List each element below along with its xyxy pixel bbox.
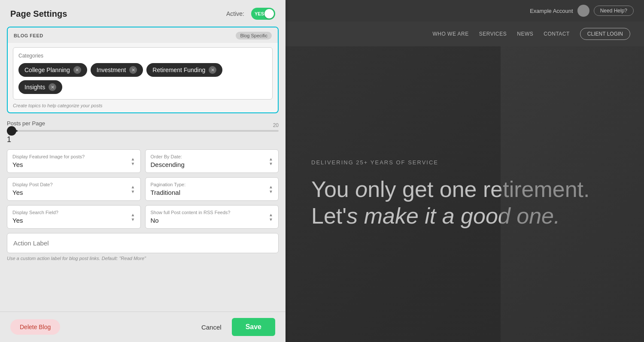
dropdown-display-post-date[interactable]: Display Post Date? Yes ▲▼: [7, 177, 141, 201]
active-label: Active:: [226, 10, 244, 17]
blog-specific-badge: Blog Specific: [236, 32, 272, 39]
slider-track[interactable]: [7, 130, 279, 132]
tag-label: College Planning: [24, 67, 70, 73]
active-toggle[interactable]: YES: [251, 8, 275, 20]
dropdown-value: Yes: [12, 217, 135, 224]
tag-label: Insights: [24, 84, 45, 91]
dropdown-value: Yes: [12, 189, 135, 196]
nav-item-news: NEWS: [517, 31, 533, 37]
website-preview: Example Account Need Help? WHO WE ARE SE…: [286, 0, 644, 342]
dropdown-rss-full-content[interactable]: Show full Post content in RSS Feeds? No …: [145, 205, 279, 229]
panel-footer: Delete Blog Cancel Save: [0, 312, 286, 342]
tag-label: Retirement Funding: [152, 67, 205, 73]
slider-container: 20: [7, 130, 279, 132]
nav-item-who-we-are: WHO WE ARE: [432, 31, 468, 37]
save-button[interactable]: Save: [232, 318, 275, 336]
preview-avatar: [577, 5, 589, 17]
dropdowns-grid: Display Featured Image for posts? Yes ▲▼…: [7, 149, 279, 229]
tag-investment[interactable]: Investment ✕: [91, 63, 143, 77]
tag-close-icon[interactable]: ✕: [49, 83, 56, 91]
dropdown-label: Show full Post content in RSS Feeds?: [151, 210, 273, 215]
action-label-hint: Use a custom action label for blog post …: [7, 256, 279, 261]
dropdown-label: Display Featured Image for posts?: [12, 154, 135, 159]
blog-feed-header: BLOG FEED Blog Specific: [8, 27, 278, 43]
toggle-text: YES: [255, 11, 264, 16]
dropdown-arrows-icon: ▲▼: [269, 185, 273, 194]
categories-hint: Create topics to help categorize your po…: [13, 103, 273, 108]
tags-row: College Planning ✕ Investment ✕ Retireme…: [18, 63, 267, 94]
active-row: Active: YES: [226, 8, 275, 20]
tag-close-icon[interactable]: ✕: [209, 66, 216, 74]
settings-panel: Page Settings Active: YES BLOG FEED Blog…: [0, 0, 286, 342]
nav-item-services: SERVICES: [479, 31, 507, 37]
dropdown-arrows-icon: ▲▼: [131, 212, 135, 222]
dropdown-label: Display Post Date?: [12, 182, 135, 187]
dropdown-display-featured-image[interactable]: Display Featured Image for posts? Yes ▲▼: [7, 149, 141, 173]
categories-box: Categories College Planning ✕ Investment…: [13, 47, 273, 100]
website-hero: DELIVERING 25+ YEARS OF SERVICE You only…: [286, 46, 644, 342]
blog-feed-section: BLOG FEED Blog Specific Categories Colle…: [7, 27, 279, 113]
tag-close-icon[interactable]: ✕: [129, 66, 137, 74]
dropdown-value: Descending: [151, 161, 273, 168]
nav-client-login-button[interactable]: CLIENT LOGIN: [580, 28, 630, 40]
dropdown-value: No: [151, 217, 273, 224]
panel-title: Page Settings: [10, 9, 67, 19]
dropdown-value: Traditional: [151, 189, 273, 196]
dropdown-arrows-icon: ▲▼: [269, 157, 273, 166]
blog-feed-label: BLOG FEED: [14, 33, 43, 38]
toggle-knob: [264, 9, 274, 18]
preview-topbar: Example Account Need Help?: [286, 0, 644, 21]
dropdown-label: Display Search Field?: [12, 210, 135, 215]
dropdown-arrows-icon: ▲▼: [131, 185, 135, 194]
action-label-input[interactable]: [7, 233, 279, 253]
nav-item-contact: CONTACT: [544, 31, 570, 37]
website-preview-panel: Example Account Need Help? WHO WE ARE SE…: [286, 0, 644, 342]
dropdown-label: Pagination Type:: [151, 182, 273, 187]
website-nav: WHO WE ARE SERVICES NEWS CONTACT CLIENT …: [286, 21, 644, 46]
tag-college-planning[interactable]: College Planning ✕: [18, 63, 87, 77]
footer-right: Cancel Save: [198, 318, 275, 336]
delete-blog-button[interactable]: Delete Blog: [10, 319, 60, 335]
dropdown-label: Order By Date:: [151, 154, 273, 159]
panel-header: Page Settings Active: YES: [0, 0, 286, 27]
tag-close-icon[interactable]: ✕: [73, 66, 81, 74]
tag-retirement-funding[interactable]: Retirement Funding ✕: [146, 63, 222, 77]
categories-label: Categories: [18, 53, 267, 59]
dropdown-pagination-type[interactable]: Pagination Type: Traditional ▲▼: [145, 177, 279, 201]
tag-insights[interactable]: Insights ✕: [18, 80, 62, 94]
preview-account-name: Example Account: [530, 8, 573, 14]
panel-scroll[interactable]: Posts per Page 20 1 Display Featured Ima…: [0, 113, 286, 312]
hero-overlay: [501, 46, 644, 342]
tag-label: Investment: [97, 67, 126, 73]
dropdown-order-by-date[interactable]: Order By Date: Descending ▲▼: [145, 149, 279, 173]
posts-per-page-label: Posts per Page: [7, 120, 279, 127]
dropdown-arrows-icon: ▲▼: [269, 212, 273, 222]
slider-thumb[interactable]: [7, 126, 16, 136]
slider-max: 20: [273, 122, 279, 128]
preview-account: Example Account Need Help?: [530, 5, 634, 17]
dropdown-display-search-field[interactable]: Display Search Field? Yes ▲▼: [7, 205, 141, 229]
cancel-button[interactable]: Cancel: [198, 319, 225, 335]
dropdown-arrows-icon: ▲▼: [131, 157, 135, 166]
preview-help-button[interactable]: Need Help?: [594, 6, 634, 16]
slider-value: 1: [7, 135, 279, 144]
dropdown-value: Yes: [12, 161, 135, 168]
